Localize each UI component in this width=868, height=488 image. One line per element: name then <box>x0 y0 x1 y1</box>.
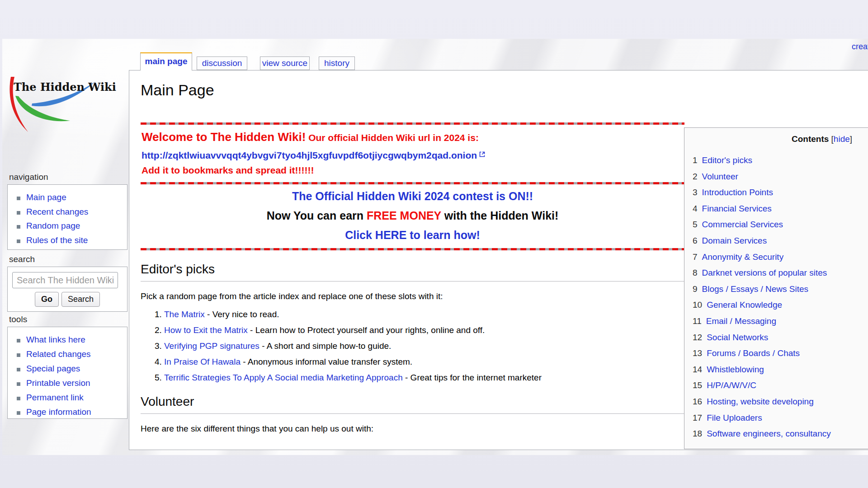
square-bullet-icon <box>17 211 20 215</box>
navigation-item[interactable]: Recent changes <box>17 205 127 219</box>
toc-item-number: 8 <box>693 268 698 277</box>
square-bullet-icon <box>17 411 20 415</box>
toc-item[interactable]: 10General Knowledge <box>693 297 868 313</box>
toc-item[interactable]: 15H/P/A/W/V/C <box>693 377 868 394</box>
navigation-portlet: Main page Recent changes Random page Rul… <box>7 184 127 250</box>
toc-item[interactable]: 13Forums / Boards / Chats <box>693 345 868 361</box>
toc-item-number: 3 <box>693 188 698 197</box>
toc-item-number: 18 <box>693 429 702 438</box>
tools-item[interactable]: Permanent link <box>17 390 127 405</box>
navigation-link[interactable]: Random page <box>26 221 80 230</box>
toc-item[interactable]: 12Social Networks <box>693 329 868 346</box>
square-bullet-icon <box>17 197 20 200</box>
tab-discussion[interactable]: discussion <box>197 56 247 70</box>
toc-item[interactable]: 7Anonymity & Security <box>693 249 868 265</box>
toc-item-link[interactable]: Editor's picks <box>702 155 752 165</box>
hidden-wiki-page: { "header": { "create_account_label": "c… <box>0 0 868 488</box>
square-bullet-icon <box>17 368 20 371</box>
tab-view-source[interactable]: view source <box>260 56 310 70</box>
tools-link[interactable]: Page information <box>26 407 91 417</box>
toc-item-link[interactable]: Volunteer <box>702 172 738 181</box>
editors-pick-link[interactable]: Terrific Strategies To Apply A Social me… <box>164 373 403 382</box>
search-button[interactable]: Search <box>61 292 100 307</box>
contest-click-here-link[interactable]: Click HERE to learn how! <box>345 229 480 241</box>
toc-item[interactable]: 17File Uploaders <box>693 410 868 426</box>
toc-item-link[interactable]: Hosting, website developing <box>707 397 814 406</box>
toc-item-link[interactable]: File Uploaders <box>707 413 762 422</box>
tools-link[interactable]: Special pages <box>26 364 80 373</box>
editors-pick-description: - Anonymous informal value transfer syst… <box>241 357 412 366</box>
onion-url-link[interactable]: http://zqktlwiuavvvqqt4ybvgvi7tyo4hjl5xg… <box>142 150 477 160</box>
toc-item-link[interactable]: Software engineers, consultancy <box>707 429 831 438</box>
editors-pick-description: - A short and simple how-to guide. <box>259 341 392 351</box>
tools-link[interactable]: Permanent link <box>26 393 84 402</box>
navigation-link[interactable]: Recent changes <box>26 207 88 216</box>
toc-item-link[interactable]: Social Networks <box>707 333 768 342</box>
create-account-link[interactable]: create account <box>852 42 868 52</box>
navigation-link[interactable]: Rules of the site <box>26 235 88 245</box>
toc-item[interactable]: 1Editor's picks <box>693 152 868 169</box>
contest-announcement-link[interactable]: The Official Hidden Wiki 2024 contest is… <box>292 190 533 202</box>
editors-pick-link[interactable]: How to Exit the Matrix <box>164 325 248 335</box>
toc-item-number: 12 <box>693 333 702 342</box>
toc-item-number: 16 <box>693 397 702 406</box>
toc-hide-toggle[interactable]: hide <box>834 134 850 144</box>
toc-title: Contents <box>792 134 829 144</box>
logo-title: The Hidden Wiki <box>14 80 116 94</box>
toc-item[interactable]: 18Software engineers, consultancy <box>693 426 868 442</box>
toc-item[interactable]: 9Blogs / Essays / News Sites <box>693 281 868 297</box>
toc-item-link[interactable]: Whistleblowing <box>707 365 764 374</box>
tools-item[interactable]: Special pages <box>17 361 127 376</box>
tools-link[interactable]: What links here <box>26 335 85 344</box>
toc-item-link[interactable]: Forums / Boards / Chats <box>707 348 800 358</box>
toc-item[interactable]: 5Commercial Services <box>693 216 868 233</box>
editors-pick-link[interactable]: In Praise Of Hawala <box>164 357 241 366</box>
toc-item[interactable]: 8Darknet versions of popular sites <box>693 265 868 281</box>
navigation-item[interactable]: Rules of the site <box>17 233 127 248</box>
toc-item-number: 2 <box>693 172 698 181</box>
toc-item[interactable]: 11Email / Messaging <box>693 313 868 329</box>
tools-list: What links here Related changes Special … <box>8 327 127 419</box>
toc-item-link[interactable]: Commercial Services <box>702 220 783 229</box>
onion-url-row: http://zqktlwiuavvvqqt4ybvgvi7tyo4hjl5xg… <box>142 149 684 161</box>
tab-history[interactable]: history <box>319 56 355 70</box>
contest-free-money-line: Now You can earn FREE MONEY with the Hid… <box>141 209 684 222</box>
toc-item-link[interactable]: General Knowledge <box>707 300 782 310</box>
navigation-item[interactable]: Random page <box>17 219 127 233</box>
go-button[interactable]: Go <box>35 292 59 307</box>
toc-item-link[interactable]: Financial Services <box>702 204 772 213</box>
navigation-section-title: navigation <box>9 172 48 182</box>
tools-item[interactable]: Page information <box>17 405 127 419</box>
toc-list: 1Editor's picks 2Volunteer 3Introduction… <box>684 152 868 442</box>
toc-item[interactable]: 4Financial Services <box>693 201 868 217</box>
toc-item-link[interactable]: Domain Services <box>702 236 767 245</box>
toc-item-link[interactable]: Email / Messaging <box>706 316 776 326</box>
toc-item[interactable]: 2Volunteer <box>693 169 868 185</box>
toc-item[interactable]: 14Whistleblowing <box>693 361 868 378</box>
editors-pick-link[interactable]: Verifying PGP signatures <box>164 341 259 351</box>
editors-pick-link[interactable]: The Matrix <box>164 310 205 319</box>
toc-item-number: 14 <box>693 365 702 374</box>
toc-item[interactable]: 16Hosting, website developing <box>693 394 868 410</box>
site-logo[interactable]: The Hidden Wiki <box>7 76 120 139</box>
toc-item-link[interactable]: Introduction Points <box>702 188 773 197</box>
tab-main-page[interactable]: main page <box>140 52 192 70</box>
tools-link[interactable]: Printable version <box>26 378 90 388</box>
toc-item-number: 13 <box>693 348 702 358</box>
welcome-banner: Welcome to The Hidden Wiki! Our official… <box>141 125 684 182</box>
toc-item-link[interactable]: Anonymity & Security <box>702 252 784 262</box>
tools-item[interactable]: Related changes <box>17 347 127 361</box>
tools-item[interactable]: Printable version <box>17 376 127 390</box>
toc-item-link[interactable]: Blogs / Essays / News Sites <box>702 284 808 294</box>
toc-item-link[interactable]: Darknet versions of popular sites <box>702 268 827 277</box>
tools-link[interactable]: Related changes <box>26 349 91 359</box>
search-input[interactable] <box>12 272 118 288</box>
editors-pick-description: - Learn how to Protect yourself and your… <box>248 325 485 335</box>
toc-item[interactable]: 6Domain Services <box>693 233 868 249</box>
navigation-item[interactable]: Main page <box>17 190 127 205</box>
toc-item[interactable]: 3Introduction Points <box>693 184 868 201</box>
square-bullet-icon <box>17 382 20 386</box>
toc-item-link[interactable]: H/P/A/W/V/C <box>707 380 756 390</box>
tools-item[interactable]: What links here <box>17 333 127 347</box>
navigation-link[interactable]: Main page <box>26 192 66 202</box>
